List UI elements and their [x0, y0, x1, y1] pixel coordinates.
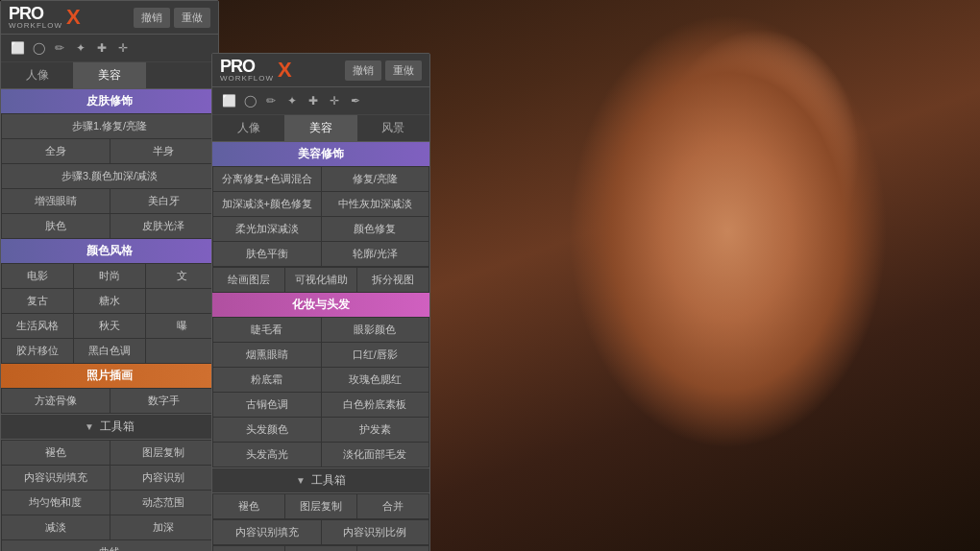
tab-right-portrait[interactable]: 人像 [212, 115, 284, 141]
style3-btn[interactable]: 文 [146, 264, 217, 288]
split-view-btn[interactable]: 拆分视图 [357, 268, 429, 292]
film-btn[interactable]: 电影 [2, 264, 73, 288]
facial-hair-btn[interactable]: 淡化面部毛发 [322, 443, 429, 467]
whiten-teeth-btn[interactable]: 美白牙 [110, 189, 218, 213]
skin-tone-btn[interactable]: 肤色 [2, 214, 110, 238]
tab-row-left: 人像 美容 [1, 62, 218, 89]
color-style-buttons: 电影 时尚 文 复古 糖水 生活风格 秋天 曝 胶片移位 黑白色调 [1, 263, 218, 364]
visual-aid-btn[interactable]: 可视化辅助 [285, 268, 356, 292]
film-shift-btn[interactable]: 胶片移位 [2, 339, 73, 363]
fashion-btn[interactable]: 时尚 [74, 264, 145, 288]
tab-left-landscape[interactable] [146, 62, 218, 88]
move-icon-right[interactable]: ✛ [326, 92, 343, 109]
heal-icon-right[interactable]: ✚ [305, 92, 322, 109]
skin-section-header: 皮肤修饰 [1, 89, 218, 113]
hair-color-btn[interactable]: 头发颜色 [213, 418, 321, 442]
hair-highlight-btn[interactable]: 头发高光 [213, 443, 321, 467]
eyeshadow-btn[interactable]: 眼影颜色 [322, 318, 429, 342]
fade-btn-right[interactable]: 褪色 [213, 494, 284, 518]
sep-repair-btn[interactable]: 分离修复+色调混合 [213, 167, 321, 191]
exposure-btn[interactable]: 曝 [146, 314, 217, 338]
style6-btn[interactable] [146, 289, 217, 313]
logo-pro-text-right: PRO [220, 58, 255, 75]
layer-copy-btn[interactable]: 图层复制 [110, 441, 218, 465]
tab-left-beauty[interactable]: 美容 [73, 62, 145, 88]
undo-btn-left[interactable]: 撤销 [134, 8, 170, 28]
autumn-btn[interactable]: 秋天 [74, 314, 145, 338]
toolbar-left: ⬜ ◯ ✏ ✦ ✚ ✛ [1, 35, 218, 62]
dynamic-range-btn[interactable]: 动态范围 [110, 491, 218, 515]
deep-dodge-color-btn[interactable]: 加深减淡+颜色修复 [213, 192, 321, 216]
even-sat-btn[interactable]: 均匀饱和度 [2, 491, 110, 515]
vintage-btn[interactable]: 复古 [2, 289, 73, 313]
photo-illustration-header: 照片插画 [1, 364, 218, 388]
content-fill-btn[interactable]: 内容识别填充 [2, 466, 110, 490]
smoky-eyes-btn[interactable]: 烟熏眼睛 [213, 343, 321, 367]
repair-bright-btn[interactable]: 修复/亮隆 [322, 167, 429, 191]
heal-icon[interactable]: ✚ [93, 39, 110, 57]
redo-btn-right[interactable]: 重做 [385, 60, 422, 81]
curves-btn[interactable]: 曲线 [2, 540, 217, 551]
dodge-btn[interactable]: 减淡 [2, 515, 110, 539]
sketch-btn[interactable]: 方迹骨像 [2, 389, 110, 413]
pen-icon-right[interactable]: ✒ [347, 92, 364, 109]
redo-btn-left[interactable]: 重做 [174, 8, 210, 28]
stamp-icon[interactable]: ✦ [72, 39, 89, 57]
hair-conditioner-btn[interactable]: 护发素 [322, 418, 429, 442]
style12-btn[interactable] [146, 339, 217, 363]
move-icon[interactable]: ✛ [114, 39, 132, 57]
toolbox-title-left: 工具箱 [100, 419, 135, 435]
content-scale-btn[interactable]: 内容识别比例 [322, 520, 429, 544]
half-body-btn[interactable]: 半身 [110, 139, 218, 163]
candy-btn[interactable]: 糖水 [74, 289, 145, 313]
tab-right-beauty[interactable]: 美容 [284, 115, 356, 141]
contour-btn[interactable]: 轮廓/光泽 [322, 242, 429, 266]
rect-select-icon[interactable]: ⬜ [9, 39, 26, 57]
brush-icon-right[interactable]: ✏ [262, 92, 280, 109]
tab-left-portrait[interactable]: 人像 [1, 62, 73, 88]
logo-x-text-right: X [278, 60, 292, 81]
white-powder-btn[interactable]: 白色粉底素板 [322, 393, 429, 417]
neutral-gray-btn[interactable]: 中性灰加深减淡 [322, 192, 429, 216]
lasso-icon[interactable]: ◯ [30, 39, 47, 57]
brush-icon[interactable]: ✏ [51, 39, 68, 57]
fade-btn[interactable]: 褪色 [2, 441, 110, 465]
toolbox-buttons-right-1: 褪色 图层复制 合并 [212, 493, 429, 519]
layer-copy-btn-right[interactable]: 图层复制 [285, 494, 356, 518]
bw-tone-btn[interactable]: 黑白色调 [74, 339, 145, 363]
digital-btn[interactable]: 数字手 [110, 389, 218, 413]
skin-balance-btn[interactable]: 肤色平衡 [213, 242, 321, 266]
full-body-btn[interactable]: 全身 [2, 139, 110, 163]
content-aware-btn[interactable]: 内容识别 [110, 466, 218, 490]
tab-right-landscape[interactable]: 风景 [357, 115, 429, 141]
content-fill-right-btn[interactable]: 内容识别填充 [213, 520, 321, 544]
color-repair-btn[interactable]: 颜色修复 [322, 217, 429, 241]
lipstick-btn[interactable]: 口红/唇影 [322, 343, 429, 367]
soft-dodge-btn[interactable]: 柔光加深减淡 [213, 217, 321, 241]
enhance-eyes-btn[interactable]: 增强眼睛 [2, 189, 110, 213]
toolbox-title-right: 工具箱 [311, 472, 346, 489]
toolbox-buttons-left: 褪色 图层复制 内容识别填充 内容识别 均匀饱和度 动态范围 减淡 加深 曲线 … [1, 440, 218, 551]
lasso-icon-right[interactable]: ◯ [241, 92, 258, 109]
foundation-btn[interactable]: 粉底霜 [213, 368, 321, 392]
dynamic-range-right-btn[interactable]: 动态范围 [285, 546, 356, 551]
step1-repair-btn[interactable]: 步骤1.修复/亮隆 [2, 114, 217, 138]
merge-btn[interactable]: 合并 [357, 494, 429, 518]
undo-btn-right[interactable]: 撤销 [345, 60, 381, 81]
lashes-btn[interactable]: 睫毛看 [213, 318, 321, 342]
toolbox-header-left: ▼ 工具箱 [1, 414, 218, 440]
rect-select-icon-right[interactable]: ⬜ [220, 92, 237, 109]
paint-layer-btn[interactable]: 绘画图层 [213, 268, 284, 292]
makeup-section-header: 化妆与头发 [212, 293, 429, 317]
illustration-buttons: 方迹骨像 数字手 [1, 388, 218, 414]
skin-glow-btn[interactable]: 皮肤光泽 [110, 214, 218, 238]
even-sat-right-btn[interactable]: 均匀饱和度 [213, 546, 284, 551]
bronze-btn[interactable]: 古铜色调 [213, 393, 321, 417]
burn-btn[interactable]: 加深 [110, 515, 218, 539]
blush-btn[interactable]: 玫瑰色腮红 [322, 368, 429, 392]
lifestyle-btn[interactable]: 生活风格 [2, 314, 73, 338]
distort-btn[interactable]: 扭曲 [357, 546, 429, 551]
toolbox-buttons-right-2: 内容识别填充 内容识别比例 [212, 519, 429, 545]
step3-color-btn[interactable]: 步骤3.颜色加深/减淡 [2, 164, 217, 188]
stamp-icon-right[interactable]: ✦ [283, 92, 301, 109]
